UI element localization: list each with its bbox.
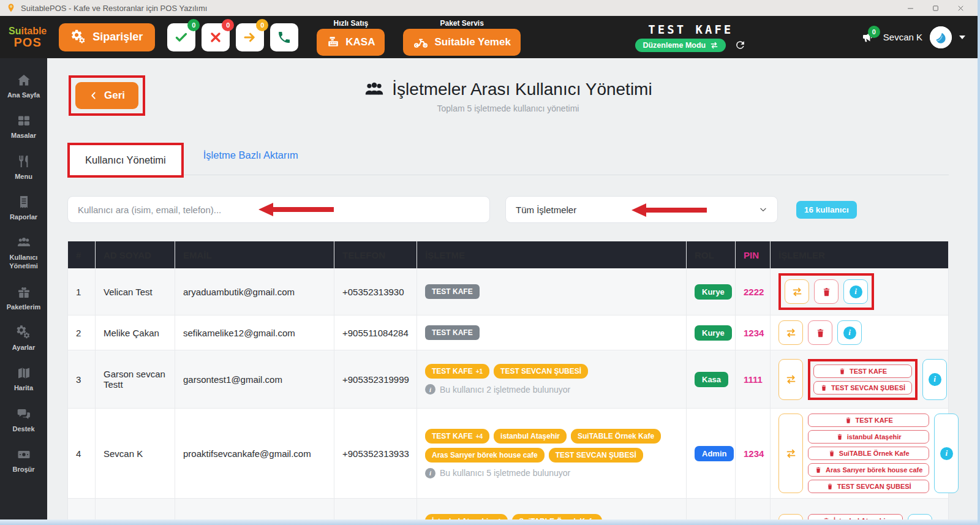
suitable-yemek-button[interactable]: Suitable Yemek	[403, 29, 520, 56]
package-service-group: Paket Servis Suitable Yemek	[403, 19, 520, 56]
trash-icon	[845, 417, 852, 424]
close-button[interactable]	[956, 4, 965, 13]
sidebar-item-ayarlar[interactable]: Ayarlar	[0, 323, 47, 354]
user-phone: +905352319999	[334, 350, 417, 408]
tab-isletme-bazli-aktarim[interactable]: İşletme Bazlı Aktarım	[184, 140, 304, 175]
delete-business-button[interactable]: TEST SEVCAN ŞUBESİ	[808, 480, 929, 493]
sidebar-item-ana-sayfa[interactable]: Ana Sayfa	[0, 70, 47, 102]
sidebar-item-label: Masalar	[11, 131, 36, 140]
orders-button[interactable]: Siparişler	[59, 23, 155, 51]
transfer-user-button[interactable]	[778, 414, 803, 493]
delete-user-button[interactable]	[814, 279, 839, 304]
brochure-icon	[17, 447, 31, 462]
info-button[interactable]: i	[922, 359, 947, 400]
sidebar-item-menu[interactable]: Menu	[0, 152, 47, 183]
info-button[interactable]: i	[837, 320, 862, 345]
trash-icon	[836, 433, 843, 440]
business-badge: SuiTABLE Örnek Kafe	[571, 429, 661, 444]
user-email: sefikamelike12@gmail.com	[175, 315, 334, 350]
transfer-user-button[interactable]	[785, 279, 809, 304]
table-row: 3Garson sevcan Testtgarsontest1@gmail.co…	[68, 350, 948, 409]
column-header: TELEFON	[334, 241, 417, 268]
refresh-icon[interactable]	[734, 39, 746, 51]
package-service-label: Paket Servis	[440, 19, 483, 28]
gears-icon	[71, 29, 87, 45]
row-actions: i	[771, 268, 948, 315]
sidebar-item-kullan-c-y-netimi[interactable]: Kullanıcı Yönetimi	[0, 233, 47, 273]
business-filter-select[interactable]: Tüm İşletmeler	[505, 196, 778, 223]
trash-icon	[826, 483, 834, 490]
maximize-button[interactable]	[931, 4, 940, 13]
transfer-user-button[interactable]	[778, 320, 803, 345]
app-logo: Suitable POS	[9, 26, 47, 48]
user-businesses: TEST KAFE	[417, 315, 687, 350]
swap-icon	[785, 448, 797, 459]
support-icon	[17, 407, 31, 421]
sidebar-item-destek[interactable]: Destek	[0, 404, 47, 436]
horizontal-scrollbar[interactable]	[0, 519, 980, 525]
user-phone: +905352313933	[334, 409, 417, 498]
swap-icon	[791, 286, 803, 298]
minimize-button[interactable]	[906, 4, 915, 13]
app-header: Suitable POS Siparişler 000 Hızlı Satış …	[0, 16, 980, 58]
table-row: 1Velican Testaryaduambutik@gmail.com+053…	[68, 268, 948, 315]
count-badge: 0	[222, 19, 234, 31]
sidebar-item-masalar[interactable]: Masalar	[0, 111, 47, 142]
check-status-button[interactable]: 0	[167, 23, 195, 51]
info-button[interactable]: i	[934, 414, 959, 493]
delete-business-button[interactable]: TEST KAFE	[808, 414, 929, 427]
kasa-button[interactable]: KASA	[317, 29, 385, 56]
user-businesses: TEST KAFE	[417, 268, 687, 315]
page-title: İşletmeler Arası Kullanıcı Yönetimi	[392, 80, 652, 99]
edit-mode-badge[interactable]: Düzenleme Modu	[635, 39, 726, 52]
table-row: 4Sevcan Kproaktifsevcankafe@gmail.com+90…	[68, 409, 948, 499]
sidebar-item-label: Ayarlar	[12, 343, 36, 352]
column-header: EMAİL	[175, 241, 334, 268]
business-badge: TEST KAFE+4	[425, 429, 489, 444]
annotation-box-active-tab: Kullanıcı Yönetimi	[67, 143, 184, 178]
table-body: 1Velican Testaryaduambutik@gmail.com+053…	[68, 268, 948, 525]
delete-business-button[interactable]: Aras Sarıyer börek house cafe	[808, 463, 929, 477]
delete-business-button[interactable]: SuiTABLE Örnek Kafe	[808, 447, 929, 460]
swap-icon	[785, 374, 797, 385]
sidebar-item-harita[interactable]: Harita	[0, 363, 47, 395]
table-row: 2Melike Çakansefikamelike12@gmail.com+90…	[68, 315, 948, 350]
search-input[interactable]	[67, 196, 490, 223]
user-pin: 1234	[736, 409, 771, 498]
avatar[interactable]	[930, 26, 952, 48]
user-businesses: TEST KAFE+4istanbul AtaşehirSuiTABLE Örn…	[417, 409, 687, 498]
tabs: Kullanıcı Yönetimi İşletme Bazlı Aktarım	[67, 140, 949, 175]
arrow-right-status-button[interactable]: 0	[236, 23, 264, 51]
chevron-down-icon[interactable]	[959, 36, 965, 39]
info-button[interactable]: i	[843, 279, 868, 304]
back-button[interactable]: Geri	[75, 82, 138, 109]
delete-business-button[interactable]: TEST KAFE	[813, 364, 912, 378]
user-pin: 1234	[736, 315, 771, 350]
delete-business-button[interactable]: TEST SEVCAN ŞUBESİ	[813, 381, 912, 395]
announcements-button[interactable]: 0	[861, 30, 876, 45]
delete-user-button[interactable]	[808, 320, 832, 345]
business-badge: istanbul Ataşehir	[494, 429, 567, 444]
window-title: SuitablePOS - Kafe ve Restoranlar için P…	[21, 4, 901, 13]
business-badge: TEST SEVCAN ŞUBESİ	[494, 364, 588, 379]
window-controls	[906, 4, 965, 13]
delete-business-stack: TEST KAFETEST SEVCAN ŞUBESİ	[808, 359, 918, 400]
role-badge: Kurye	[695, 325, 732, 341]
trash-icon	[821, 287, 832, 297]
sidebar-item-bro-r[interactable]: Broşür	[0, 445, 47, 476]
sidebar-item-label: Broşür	[12, 465, 34, 474]
user-phone: +905511084284	[334, 315, 417, 350]
cross-status-button[interactable]: 0	[202, 23, 230, 51]
sidebar-item-paketlerim[interactable]: Paketlerim	[0, 282, 47, 314]
notification-badge: 0	[868, 26, 880, 38]
user-menu-name[interactable]: Sevcan K	[883, 32, 922, 42]
sidebar-item-label: Raporlar	[10, 213, 37, 221]
column-header: İŞLETME	[417, 241, 687, 268]
sidebar-item-raporlar[interactable]: Raporlar	[0, 192, 47, 224]
delete-business-button[interactable]: istanbul Ataşehir	[808, 430, 929, 444]
tab-kullanici-yonetimi[interactable]: Kullanıcı Yönetimi	[70, 145, 181, 175]
motorcycle-icon	[413, 34, 429, 50]
business-badge: Aras Sarıyer börek house cafe	[425, 448, 545, 463]
phone-status-button[interactable]	[270, 23, 298, 51]
transfer-user-button[interactable]	[778, 359, 803, 400]
